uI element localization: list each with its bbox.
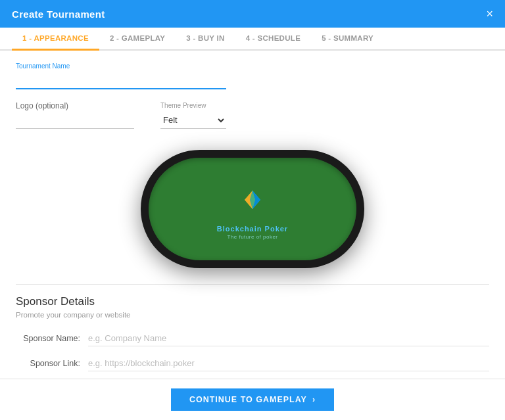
- logo-theme-row: Logo (optional) Theme Preview Felt Class…: [16, 101, 489, 129]
- sponsor-link-input[interactable]: [88, 356, 489, 371]
- poker-brand-sub: The future of poker: [227, 234, 277, 240]
- sponsor-link-label: Sponsor Link:: [16, 359, 88, 368]
- logo-label: Logo (optional): [16, 101, 134, 110]
- poker-table-preview: Blockchain Poker The future of poker: [16, 137, 489, 284]
- tab-gameplay[interactable]: 2 - GAMEPLAY: [99, 28, 176, 51]
- tab-bar: 1 - APPEARANCE 2 - GAMEPLAY 3 - BUY IN 4…: [0, 28, 505, 51]
- continue-label: CONTINUE TO GAMEPLAY: [189, 395, 307, 404]
- theme-label: Theme Preview: [160, 102, 226, 109]
- modal-body: Tournament Name Logo (optional) Theme Pr…: [0, 51, 505, 420]
- create-tournament-modal: Create Tournament × 1 - APPEARANCE 2 - G…: [0, 0, 505, 420]
- poker-table: Blockchain Poker The future of poker: [141, 150, 364, 268]
- sponsor-title: Sponsor Details: [16, 295, 489, 308]
- tab-summary[interactable]: 5 - SUMMARY: [311, 28, 384, 51]
- continue-button[interactable]: CONTINUE TO GAMEPLAY ›: [171, 388, 334, 411]
- tournament-name-label: Tournament Name: [16, 62, 489, 70]
- theme-select[interactable]: Felt Classic Dark Modern: [160, 112, 226, 129]
- sponsor-name-row: Sponsor Name:: [16, 331, 489, 346]
- tab-schedule[interactable]: 4 - SCHEDULE: [235, 28, 311, 51]
- close-button[interactable]: ×: [486, 8, 493, 20]
- logo-field-group: Logo (optional): [16, 101, 134, 129]
- sponsor-name-input[interactable]: [88, 331, 489, 346]
- poker-logo: Blockchain Poker The future of poker: [217, 179, 288, 240]
- poker-brand-text: Blockchain Poker: [217, 225, 288, 233]
- continue-arrow-icon: ›: [312, 395, 316, 404]
- sponsor-name-label: Sponsor Name:: [16, 334, 88, 343]
- tournament-name-group: Tournament Name: [16, 62, 489, 89]
- section-divider: [16, 284, 489, 285]
- logo-input[interactable]: [16, 113, 134, 129]
- sponsor-section: Sponsor Details Promote your company or …: [16, 295, 489, 371]
- modal-title: Create Tournament: [12, 9, 105, 20]
- tournament-name-input[interactable]: [16, 72, 226, 89]
- tab-appearance[interactable]: 1 - APPEARANCE: [12, 28, 99, 51]
- sponsor-link-row: Sponsor Link:: [16, 356, 489, 371]
- sponsor-subtitle: Promote your company or website: [16, 311, 489, 319]
- theme-field-group: Theme Preview Felt Classic Dark Modern: [160, 102, 226, 129]
- modal-footer: CONTINUE TO GAMEPLAY ›: [0, 379, 505, 420]
- blockchain-poker-logo-icon: [231, 179, 274, 221]
- modal-header: Create Tournament ×: [0, 0, 505, 28]
- tab-buyin[interactable]: 3 - BUY IN: [176, 28, 235, 51]
